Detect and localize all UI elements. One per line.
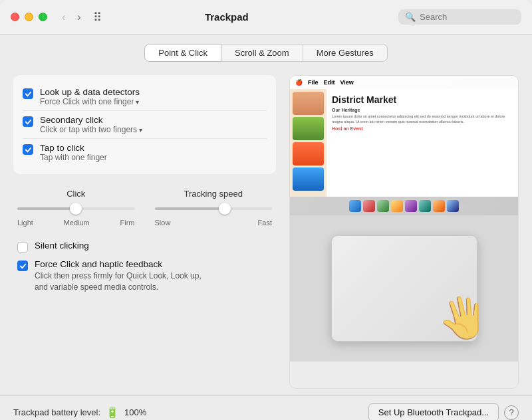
status-bar: Trackpad battery level: 🔋 100% Set Up Bl… [0, 395, 532, 420]
silent-clicking-checkbox[interactable] [17, 242, 28, 253]
sliders-section: Click Light Medium Firm Tracking speed [13, 181, 276, 229]
secondary-click-dropdown-arrow[interactable]: ▾ [139, 126, 142, 134]
click-slider-labels: Light Medium Firm [17, 219, 135, 227]
mac-menubar: 🍎 File Edit View [290, 76, 518, 89]
secondary-click-checkbox[interactable] [23, 116, 33, 127]
silent-clicking-item: Silent clicking [17, 237, 272, 256]
force-click-desc: Click then press firmly for Quick Look, … [35, 270, 201, 293]
screenshot-bottom: 🖐 [290, 215, 518, 362]
battery-info: Trackpad battery level: 🔋 100% [13, 406, 146, 419]
back-button[interactable]: ‹ [58, 10, 69, 25]
setup-bluetooth-button[interactable]: Set Up Bluetooth Trackpad... [368, 403, 499, 420]
tap-to-click-sub: Tap with one finger [40, 153, 107, 162]
minimize-button[interactable] [25, 13, 33, 21]
tab-point-click[interactable]: Point & Click [144, 44, 221, 62]
lookup-checkbox[interactable] [23, 88, 33, 99]
nav-buttons: ‹ › [58, 10, 85, 25]
dock-icon-2 [363, 200, 375, 212]
maximize-button[interactable] [39, 13, 47, 21]
force-click-item: Force Click and haptic feedback Click th… [17, 256, 272, 296]
search-input[interactable] [420, 12, 515, 22]
click-slider-thumb[interactable] [70, 203, 82, 215]
hand-icon: 🖐 [434, 290, 491, 346]
battery-label: Trackpad battery level: [13, 407, 100, 417]
mac-main: District Market Our Heritage Lorem ipsum… [327, 89, 518, 197]
traffic-lights [11, 13, 47, 21]
tracking-slider-labels: Slow Fast [155, 219, 273, 227]
tab-bar: Point & Click Scroll & Zoom More Gesture… [0, 35, 532, 68]
secondary-click-sub: Click or tap with two fingers ▾ [40, 125, 142, 134]
checkboxes-group: Look up & data detectors Force Click wit… [13, 75, 276, 174]
sidebar-item-3 [293, 142, 324, 165]
mac-body-text: Lorem ipsum dolor sit amet consectetur a… [332, 114, 513, 124]
mac-content: District Market Our Heritage Lorem ipsum… [290, 89, 518, 197]
forward-button[interactable]: › [73, 10, 84, 25]
tab-scroll-zoom[interactable]: Scroll & Zoom [221, 44, 303, 62]
mac-screenshot: 🍎 File Edit View District Market Our Her… [290, 76, 518, 215]
click-light-label: Light [17, 219, 33, 227]
tab-more-gestures[interactable]: More Gestures [303, 44, 388, 62]
bottom-settings: Silent clicking Force Click and haptic f… [13, 235, 276, 299]
close-button[interactable] [11, 13, 19, 21]
battery-icon: 🔋 [106, 406, 119, 419]
search-icon: 🔍 [405, 12, 416, 22]
click-slider-track-container[interactable] [17, 203, 135, 215]
setting-secondary-click: Secondary click Click or tap with two fi… [23, 110, 267, 138]
sidebar-item-4 [293, 167, 324, 191]
tracking-slider-thumb[interactable] [219, 203, 231, 215]
tracking-slider-title: Tracking speed [184, 189, 243, 199]
sidebar-item-2 [293, 117, 324, 140]
our-heritage-subtitle: Our Heritage [332, 108, 513, 112]
dock-icon-3 [377, 200, 389, 212]
dock-icon-1 [349, 200, 361, 212]
dock-icon-4 [391, 200, 403, 212]
lookup-label: Look up & data detectors [40, 87, 140, 97]
silent-clicking-label: Silent clicking [35, 241, 89, 251]
lookup-sub: Force Click with one finger ▾ [40, 97, 140, 106]
host-event-highlight: Host an Event [332, 126, 513, 131]
left-panel: Look up & data detectors Force Click wit… [13, 75, 276, 389]
tap-to-click-label: Tap to click [40, 143, 107, 153]
lookup-text: Look up & data detectors Force Click wit… [40, 87, 140, 106]
battery-percent: 100% [124, 407, 146, 417]
district-market-title: District Market [332, 94, 513, 105]
right-panel: 🍎 File Edit View District Market Our Her… [289, 75, 519, 389]
dock-icon-6 [419, 200, 431, 212]
tap-to-click-text: Tap to click Tap with one finger [40, 143, 107, 162]
setting-tap-to-click: Tap to click Tap with one finger [23, 138, 267, 166]
sidebar-item-1 [293, 92, 324, 115]
tracking-slider-track [155, 207, 273, 210]
force-click-label: Force Click and haptic feedback [35, 259, 201, 269]
tracking-fast-label: Fast [258, 219, 272, 227]
tracking-slider-track-container[interactable] [155, 203, 273, 215]
click-slider-group: Click Light Medium Firm [17, 189, 135, 227]
dock-icon-5 [405, 200, 417, 212]
title-bar: ‹ › ⠿ Trackpad 🔍 [0, 0, 532, 35]
tap-to-click-checkbox[interactable] [23, 144, 33, 155]
silent-clicking-text: Silent clicking [35, 241, 89, 251]
click-medium-label: Medium [64, 219, 90, 227]
secondary-click-text: Secondary click Click or tap with two fi… [40, 115, 142, 134]
click-slider-track [17, 207, 135, 210]
dock-icon-8 [447, 200, 459, 212]
tracking-slow-label: Slow [155, 219, 171, 227]
search-bar[interactable]: 🔍 [398, 9, 521, 25]
screenshot-top: 🍎 File Edit View District Market Our Her… [290, 76, 518, 215]
setting-lookup: Look up & data detectors Force Click wit… [23, 83, 267, 110]
click-firm-label: Firm [120, 219, 134, 227]
lookup-dropdown-arrow[interactable]: ▾ [136, 98, 139, 106]
main-content: Look up & data detectors Force Click wit… [0, 68, 532, 395]
force-click-checkbox[interactable] [17, 261, 28, 271]
mac-dock [290, 197, 518, 215]
grid-icon: ⠿ [93, 10, 102, 25]
click-slider-title: Click [66, 189, 85, 199]
sliders-row: Click Light Medium Firm Tracking speed [17, 189, 272, 227]
secondary-click-label: Secondary click [40, 115, 142, 125]
help-button[interactable]: ? [504, 405, 519, 420]
mac-sidebar [290, 89, 327, 197]
dock-icon-7 [433, 200, 445, 212]
window-title: Trackpad [108, 11, 345, 23]
force-click-text: Force Click and haptic feedback Click th… [35, 259, 201, 293]
tracking-slider-group: Tracking speed Slow Fast [155, 189, 273, 227]
